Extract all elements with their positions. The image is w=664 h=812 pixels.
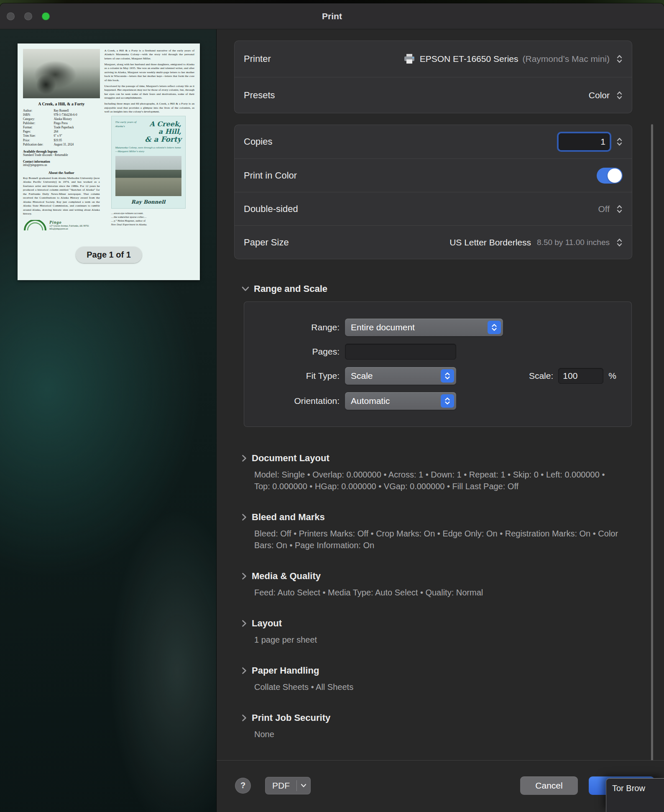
preview-page: A Creek, a Hill, & a Forty Author:Ray Bo… — [18, 43, 200, 280]
stepper-icon[interactable] — [616, 54, 623, 64]
section-header[interactable]: Layout — [242, 617, 632, 630]
stepper-icon[interactable] — [616, 204, 623, 214]
printer-popup[interactable]: EPSON ET-16650 Series (Raymond’s Mac min… — [403, 54, 623, 64]
close-window-button[interactable] — [7, 12, 15, 20]
section-summary: Model: Single • Overlap: 0.000000 • Acro… — [254, 469, 622, 492]
pages-row: Pages: — [244, 344, 631, 360]
contact-title: Contact information — [23, 160, 100, 163]
popup-stepper-icon — [488, 321, 501, 334]
flyer-paragraph: A Creek, a Hill & a Forty is a firsthand… — [105, 49, 194, 61]
availability-title: Available through Ingram — [23, 150, 100, 153]
meta-row: Publication date:August 31, 2024 — [23, 143, 100, 147]
title-bar[interactable]: Print — [0, 3, 664, 29]
popup-stepper-icon — [441, 394, 454, 408]
section-layout: Layout 1 page per sheet — [242, 617, 632, 646]
page-count-pill: Page 1 of 1 — [76, 247, 142, 263]
copies-row: Copies 1 — [235, 125, 632, 158]
stepper-icon[interactable] — [616, 237, 623, 248]
window-title: Print — [322, 11, 342, 21]
scale-input[interactable]: 100 — [558, 368, 603, 384]
section-summary: Feed: Auto Select • Media Type: Auto Sel… — [254, 587, 622, 598]
section-paper-handling: Paper Handling Collate Sheets • All Shee… — [242, 664, 632, 693]
chevron-down-icon — [297, 784, 310, 788]
about-author-title: About the Author — [23, 171, 100, 175]
meta-row: Pages:264 — [23, 130, 100, 134]
range-label: Range: — [244, 322, 340, 332]
cover-author-signature: Ray Bonnell — [115, 199, 181, 205]
copies-input[interactable]: 1 — [559, 133, 610, 150]
range-value: Entire document — [351, 322, 415, 332]
publisher-address: 127 Glacier Avenue, Fairbanks, AK 99701 — [49, 225, 89, 227]
settings-scroll-area: Printer EPSON ET-16650 Series (Raymond’s… — [217, 29, 664, 760]
presets-value: Color — [589, 90, 610, 100]
minimize-window-button[interactable] — [24, 12, 32, 20]
copies-value: 1 — [600, 137, 605, 147]
flyer-paragraph: Margaret, along with her husband and thr… — [105, 63, 194, 82]
dialog-footer: ? PDF Cancel Print — [217, 760, 664, 812]
printer-owner: (Raymond’s Mac mini) — [523, 54, 610, 64]
pingo-press-logo-icon — [23, 220, 47, 231]
section-summary: 1 page per sheet — [254, 634, 622, 646]
vertical-scrollbar[interactable] — [651, 124, 653, 761]
scale-group: Scale: 100 % — [529, 368, 616, 384]
range-row: Range: Entire document — [244, 319, 631, 336]
fit-type-row: Fit Type: Scale Scale: 100 — [244, 367, 631, 385]
pdf-menu-button[interactable]: PDF — [265, 777, 311, 794]
copies-controls: 1 — [559, 133, 623, 150]
chevron-right-icon — [242, 714, 247, 722]
cover-landscape-photo — [115, 156, 181, 196]
double-sided-value: Off — [598, 204, 610, 214]
printer-icon — [403, 54, 416, 64]
section-header[interactable]: Bleed and Marks — [242, 511, 632, 523]
paper-size-dimensions: 8.50 by 11.00 inches — [537, 238, 610, 247]
section-header[interactable]: Paper Handling — [242, 664, 632, 677]
section-summary: Collate Sheets • All Sheets — [254, 681, 622, 693]
availability-text: Standard Trade discount - Returnable — [23, 153, 100, 157]
pages-input[interactable] — [345, 344, 456, 360]
double-sided-label: Double-sided — [244, 204, 298, 214]
presets-row: Presets Color — [235, 77, 632, 113]
about-author-text: Ray Bonnell graduated from Alaska Method… — [23, 176, 100, 216]
range-and-scale-box: Range: Entire document Pages: — [244, 301, 632, 427]
fit-type-popup[interactable]: Scale — [345, 367, 456, 385]
book-cover-head: The early years of Alaska's A Creek, a H… — [115, 120, 181, 143]
section-document-layout: Document Layout Model: Single • Overlap:… — [242, 452, 632, 492]
range-popup[interactable]: Entire document — [345, 319, 503, 336]
chevron-right-icon — [242, 572, 247, 580]
flyer-paragraph: Uncolored by the passage of time, Margar… — [105, 84, 194, 100]
help-button[interactable]: ? — [235, 778, 251, 794]
cancel-button[interactable]: Cancel — [520, 776, 578, 795]
orientation-popup[interactable]: Automatic — [345, 392, 456, 410]
desktop-background: Print A Creek, a Hill, & a Forty Author:… — [0, 0, 664, 812]
chevron-right-icon — [242, 620, 247, 627]
section-header[interactable]: Media & Quality — [242, 570, 632, 582]
section-header[interactable]: Print Job Security — [242, 712, 632, 724]
dialog-content: A Creek, a Hill, & a Forty Author:Ray Bo… — [0, 29, 664, 812]
meta-row: ISBN:978-1-7364236-6-0 — [23, 113, 100, 117]
presets-label: Presets — [244, 90, 275, 101]
contact-text: info@pingopress.us — [23, 163, 100, 167]
paper-size-popup[interactable]: US Letter Borderless 8.50 by 11.00 inche… — [449, 237, 623, 248]
section-print-job-security: Print Job Security None — [242, 712, 632, 740]
orientation-row: Orientation: Automatic — [244, 392, 631, 410]
copies-stepper[interactable] — [616, 136, 623, 147]
meta-row: Category:Alaska History — [23, 117, 100, 121]
print-in-color-toggle[interactable] — [597, 168, 623, 184]
section-bleed-and-marks: Bleed and Marks Bleed: Off • Printers Ma… — [242, 511, 632, 551]
presets-popup[interactable]: Color — [589, 90, 623, 101]
stepper-icon[interactable] — [616, 90, 623, 101]
print-dialog-window: Print A Creek, a Hill, & a Forty Author:… — [0, 3, 664, 812]
book-cover: The early years of Alaska's A Creek, a H… — [111, 116, 186, 208]
print-settings-pane: Printer EPSON ET-16650 Series (Raymond’s… — [217, 29, 664, 812]
section-header[interactable]: Document Layout — [242, 452, 632, 465]
fit-type-value: Scale — [351, 371, 373, 381]
double-sided-popup[interactable]: Off — [598, 204, 623, 214]
zoom-window-button[interactable] — [42, 12, 50, 20]
cover-subtitle: Matanuska Colony, seen through a colonis… — [115, 146, 181, 153]
range-and-scale-header[interactable]: Range and Scale — [242, 283, 632, 295]
printer-value: EPSON ET-16650 Series — [420, 54, 518, 64]
print-preview-pane: A Creek, a Hill, & a Forty Author:Ray Bo… — [0, 29, 217, 812]
overlapping-window-corner[interactable]: Tor Brow — [606, 778, 664, 812]
chevron-right-icon — [242, 513, 247, 521]
meta-row: Price:$19.95 — [23, 138, 100, 143]
